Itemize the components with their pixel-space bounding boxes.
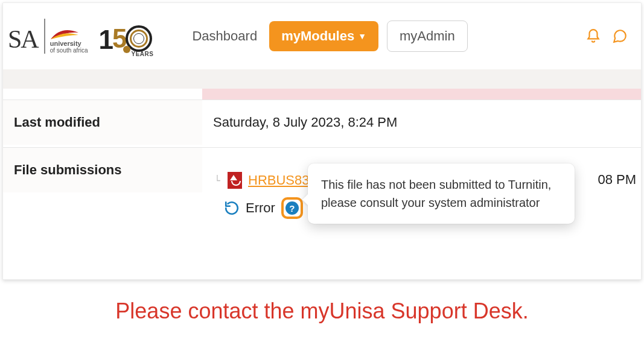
brand-text: SA	[8, 25, 38, 54]
error-text: Error	[246, 200, 275, 216]
file-link[interactable]: HRBUS83	[248, 172, 309, 188]
pdf-icon	[228, 172, 242, 189]
nav-myadmin-label: myAdmin	[400, 28, 455, 44]
nav-myadmin[interactable]: myAdmin	[387, 21, 468, 52]
row-file-submissions: File submissions └ HRBUS83 08 PM Error	[3, 147, 641, 249]
flame-icon	[50, 29, 79, 40]
university-label-1: university	[50, 40, 81, 47]
spacer-band-gray	[3, 69, 641, 89]
chevron-down-icon: ▼	[358, 31, 366, 41]
last-modified-label: Last modified	[3, 100, 202, 145]
help-badge: ?	[281, 197, 303, 219]
last-modified-value: Saturday, 8 July 2023, 8:24 PM	[202, 100, 641, 147]
main-nav: Dashboard myModules ▼ myAdmin	[188, 21, 467, 52]
brand-block: SA university of south africa 15 YEARS	[3, 19, 152, 54]
tooltip-text: This file has not been submitted to Turn…	[321, 178, 551, 209]
university-label-2: of south africa	[50, 47, 88, 54]
messages-icon[interactable]	[612, 28, 628, 44]
anniversary-logo: 15 YEARS	[99, 24, 153, 54]
tree-marker-icon: └	[213, 175, 222, 186]
app-frame: SA university of south africa 15 YEARS	[2, 2, 642, 280]
footer-instruction: Please contact the myUnisa Support Desk.	[0, 299, 644, 324]
file-time: 08 PM	[598, 172, 636, 188]
unisa-logo: university of south africa	[44, 19, 88, 54]
row-last-modified: Last modified Saturday, 8 July 2023, 8:2…	[3, 100, 641, 147]
nav-dashboard[interactable]: Dashboard	[188, 24, 261, 49]
notifications-icon[interactable]	[585, 28, 601, 44]
file-submissions-label: File submissions	[3, 148, 202, 192]
header-bar: SA university of south africa 15 YEARS	[3, 3, 641, 69]
header-icons	[585, 28, 628, 44]
refresh-icon[interactable]	[224, 200, 240, 216]
turnitin-tooltip: This file has not been submitted to Turn…	[308, 163, 575, 224]
file-submissions-value: └ HRBUS83 08 PM Error ? T	[202, 148, 641, 249]
nav-mymodules[interactable]: myModules ▼	[269, 21, 378, 51]
years-label: YEARS	[132, 51, 154, 57]
spacer-band-pink	[202, 89, 641, 100]
nav-mymodules-label: myModules	[281, 28, 354, 44]
